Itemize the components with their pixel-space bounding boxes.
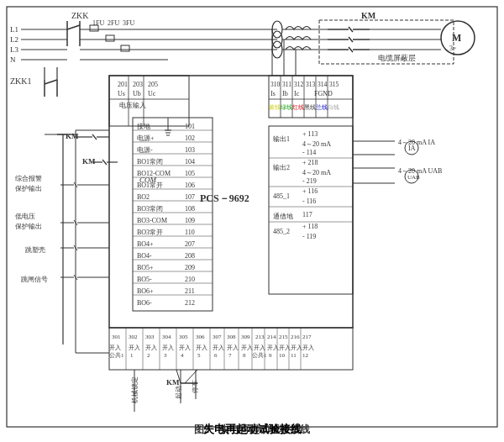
term-105: 105 bbox=[185, 170, 195, 177]
term-102: 102 bbox=[185, 134, 195, 142]
bo5-plus-label: BO5+ bbox=[137, 264, 154, 271]
din-3-num: 3 bbox=[164, 352, 167, 359]
black-wire: 黑线 bbox=[304, 104, 316, 111]
din-5-label: 开入 bbox=[196, 345, 207, 351]
bo6-minus-label: BO6- bbox=[137, 299, 152, 307]
alarm-label: 综合报警 bbox=[15, 175, 42, 182]
bo6-plus-label: BO6+ bbox=[137, 287, 154, 295]
low-volt-label2: 保护输出 bbox=[15, 223, 42, 230]
din-com1b-num: 公共1 bbox=[252, 352, 267, 359]
term-218: + 218 bbox=[302, 159, 318, 166]
u1-label: Us bbox=[118, 90, 125, 97]
device-label: PCS－9692 bbox=[200, 192, 249, 204]
din-10-num: 10 bbox=[279, 352, 286, 359]
term-208: 208 bbox=[185, 252, 195, 260]
term-104: 104 bbox=[185, 158, 195, 166]
term-311: 311 bbox=[282, 81, 291, 88]
output2-label: 输出2 bbox=[273, 164, 290, 171]
term-103: 103 bbox=[185, 146, 195, 154]
term-215: 215 bbox=[279, 334, 288, 340]
term-301: 301 bbox=[112, 334, 121, 340]
term-117: 117 bbox=[302, 211, 312, 218]
start-label: 起动 bbox=[175, 386, 182, 399]
term-307: 307 bbox=[213, 334, 222, 340]
ia-ma-label: 4～20 mA IA bbox=[398, 139, 435, 146]
ib-label: Ib bbox=[282, 90, 288, 97]
red-wire: 红线 bbox=[292, 104, 304, 111]
L1-label: L1 bbox=[10, 25, 18, 34]
term-107: 107 bbox=[185, 193, 195, 201]
bo3-com-label: BO3-COM bbox=[137, 217, 167, 224]
diagram-container: ZKK L1 L2 L3 N 1FU 2FU 3FU M 3~ KM bbox=[0, 0, 504, 442]
term-305: 305 bbox=[179, 334, 188, 340]
common-gnd-label: 通借地 bbox=[273, 213, 293, 220]
term-314: 314 bbox=[318, 81, 328, 88]
cable-shield-label: 电缆屏蔽层 bbox=[378, 54, 416, 62]
term-211: 211 bbox=[185, 287, 195, 295]
din-8-label: 开入 bbox=[241, 345, 253, 351]
term-116-plus: + 116 bbox=[302, 187, 318, 195]
bo3-no-label: BO3常开 bbox=[137, 229, 163, 236]
term-118: + 118 bbox=[302, 223, 318, 230]
ground-label: 接地 bbox=[137, 123, 150, 130]
term-114b: - 114 bbox=[302, 149, 316, 156]
L3-label: L3 bbox=[10, 45, 18, 54]
term-209: 209 bbox=[185, 264, 195, 271]
km-left-label: KM bbox=[66, 132, 79, 140]
bo3-nc-label: BO3常闭 bbox=[137, 205, 163, 213]
bo5-minus-label: BO5- bbox=[137, 276, 152, 283]
white-wire: 白线 bbox=[328, 104, 339, 111]
term-303: 303 bbox=[145, 334, 155, 340]
term-216: 216 bbox=[291, 334, 300, 340]
is-label: Is bbox=[270, 90, 276, 97]
bo2-label: BO2 bbox=[137, 193, 150, 201]
bo1-nc-label: BO1常闭 bbox=[137, 158, 163, 166]
power-minus-label: 电源- bbox=[137, 146, 153, 154]
3fu-label: 3FU bbox=[123, 19, 134, 27]
485-2-label: 485_2 bbox=[273, 228, 290, 235]
output2-ma: 4～20 mA bbox=[302, 169, 331, 176]
term-114: 4～20 mA bbox=[302, 140, 331, 148]
term-113: + 113 bbox=[302, 130, 318, 138]
din-7-label: 开入 bbox=[227, 345, 239, 351]
din-com1b-label: 开入 bbox=[254, 345, 265, 351]
km-bottom-label: KM bbox=[166, 378, 180, 387]
term-106: 106 bbox=[185, 182, 195, 189]
din-12-num: 12 bbox=[302, 352, 309, 359]
din-11-num: 11 bbox=[291, 352, 297, 359]
din-2-num: 2 bbox=[147, 352, 150, 359]
din-4-label: 开入 bbox=[179, 345, 191, 351]
din-2-label: 开入 bbox=[145, 345, 157, 351]
caption-text: 失电再起动试验接线 bbox=[0, 422, 504, 437]
din-5-num: 5 bbox=[197, 352, 201, 359]
low-volt-label: 低电压 bbox=[15, 213, 35, 220]
bo4-minus-label: BO4- bbox=[137, 252, 152, 260]
din-8-num: 8 bbox=[243, 352, 246, 359]
term-306: 306 bbox=[196, 334, 205, 340]
circuit-diagram: ZKK L1 L2 L3 N 1FU 2FU 3FU M 3~ KM bbox=[0, 0, 504, 442]
L2-label: L2 bbox=[10, 35, 18, 44]
term-308: 308 bbox=[227, 334, 236, 340]
green-wire: 绿线 bbox=[281, 104, 292, 111]
power-plus-label: 电源+ bbox=[137, 134, 155, 142]
din-com1-label: 开入 bbox=[109, 345, 121, 351]
term-201: 201 bbox=[118, 81, 128, 88]
term-213: 213 bbox=[255, 334, 265, 340]
term-219: - 219 bbox=[302, 177, 317, 185]
term-203: 203 bbox=[133, 81, 143, 88]
term-302: 302 bbox=[129, 334, 138, 340]
bo4-plus-label: BO4+ bbox=[137, 240, 154, 248]
term-110: 110 bbox=[185, 229, 195, 236]
km-top-label: KM bbox=[361, 11, 376, 20]
din-12-label: 开入 bbox=[302, 345, 314, 351]
ia-label: IA bbox=[408, 145, 416, 152]
term-312: 312 bbox=[294, 81, 304, 88]
term-212: 212 bbox=[185, 299, 195, 307]
u3-label: Uc bbox=[148, 90, 156, 97]
term-315: 315 bbox=[329, 81, 339, 88]
term-101: 101 bbox=[185, 123, 195, 130]
din-4-num: 4 bbox=[181, 352, 184, 359]
alarm-label2: 保护输出 bbox=[15, 185, 42, 192]
yellow-wire: 黄线 bbox=[269, 104, 281, 111]
din-9-num: 9 bbox=[269, 352, 272, 359]
